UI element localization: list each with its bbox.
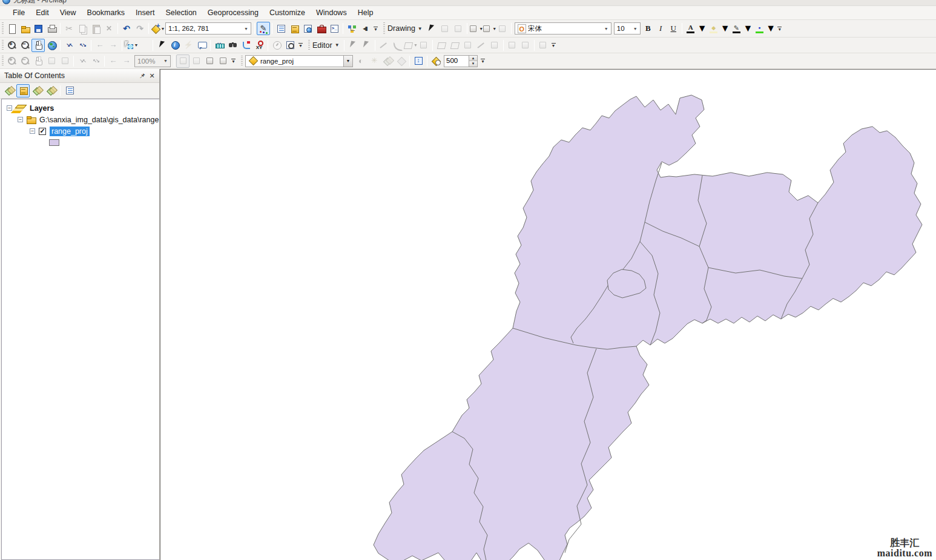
new-text-button[interactable]: ▼ <box>483 22 496 35</box>
identify-button[interactable] <box>168 39 182 52</box>
open-button[interactable] <box>18 22 31 35</box>
editor-toolbar-toggle-button[interactable] <box>257 22 270 35</box>
html-popup-button[interactable] <box>195 39 208 52</box>
pin-icon[interactable]: 📌︎ <box>137 71 147 81</box>
measure-button[interactable] <box>213 39 226 52</box>
chevron-down-icon[interactable]: ▼ <box>766 23 776 34</box>
italic-button[interactable]: I <box>654 22 667 35</box>
create-viewer-window-button[interactable] <box>283 39 297 52</box>
add-data-button[interactable]: ▼ <box>151 22 164 35</box>
layer-visibility-checkbox[interactable]: ✓ <box>39 128 46 135</box>
adjust-button[interactable] <box>358 22 372 35</box>
menu-edit[interactable]: Edit <box>30 7 54 19</box>
menu-bookmarks[interactable]: Bookmarks <box>82 7 131 19</box>
menu-geoprocessing[interactable]: Geoprocessing <box>202 7 264 19</box>
flicker-layer-button[interactable] <box>429 54 443 68</box>
close-icon[interactable]: ✕ <box>147 71 157 81</box>
drawing-menu[interactable]: Drawing▼ <box>386 23 425 34</box>
dropdown-arrow-icon[interactable]: ▼ <box>242 23 251 34</box>
collapse-icon[interactable]: − <box>7 105 12 111</box>
editor-menu[interactable]: Editor▼ <box>311 40 342 51</box>
python-window-button[interactable] <box>328 22 341 35</box>
menu-windows[interactable]: Windows <box>311 7 352 19</box>
change-layout-button[interactable] <box>203 54 216 68</box>
effects-layer-combo[interactable]: range_proj▼ <box>245 55 353 67</box>
bold-button[interactable]: B <box>642 22 654 35</box>
pan-button[interactable] <box>31 39 45 52</box>
dropdown-arrow-icon[interactable]: ▼ <box>161 56 170 67</box>
collapse-icon[interactable]: − <box>18 117 23 122</box>
zoom-out-button[interactable]: − <box>18 39 31 52</box>
font-size-combo[interactable]: 10▼ <box>614 22 641 35</box>
fixed-zoom-in-button[interactable] <box>62 39 76 52</box>
tree-item-symbol[interactable] <box>2 137 159 148</box>
find-button[interactable] <box>226 39 239 52</box>
tree-item-group[interactable]: − G:\sanxia_img_data\gis_data\range <box>2 114 159 125</box>
menu-selection[interactable]: Selection <box>160 7 202 19</box>
find-route-button[interactable] <box>239 39 252 52</box>
spinner-down-icon[interactable]: ▼ <box>469 61 477 67</box>
collapse-icon[interactable]: − <box>30 128 35 134</box>
menu-customize[interactable]: Customize <box>264 7 311 19</box>
dropdown-arrow-icon[interactable]: ▼ <box>631 23 640 34</box>
swipe-layer-button[interactable] <box>412 54 425 68</box>
data-driven-pages-button[interactable] <box>216 54 229 68</box>
font-combo[interactable]: 宋体▼ <box>515 22 611 35</box>
line-color-button[interactable] <box>730 22 743 35</box>
list-by-visibility-button[interactable] <box>30 84 44 97</box>
tree-item-layers[interactable]: − Layers <box>2 102 159 114</box>
shape-rectangle-button[interactable]: ▼ <box>469 22 483 35</box>
chevron-down-icon[interactable]: ▼ <box>743 23 753 34</box>
list-by-source-button[interactable] <box>16 84 30 97</box>
underline-button[interactable]: U <box>667 22 680 35</box>
marker-color-button[interactable] <box>753 22 766 35</box>
change-layout-icon <box>205 56 215 66</box>
select-elements-tool-button[interactable] <box>155 39 168 52</box>
layout-zoom-percent-combo[interactable]: 100%▼ <box>134 55 171 67</box>
search-window-button[interactable] <box>301 22 314 35</box>
list-by-drawing-order-button[interactable] <box>2 84 16 97</box>
select-features-button[interactable]: ▼ <box>124 39 137 52</box>
flicker-rate-spinner[interactable]: 500▲▼ <box>444 55 478 67</box>
zoom-in-button[interactable]: + <box>5 39 18 52</box>
print-button[interactable] <box>45 22 58 35</box>
go-to-xy-button[interactable] <box>252 39 266 52</box>
undo-button[interactable] <box>120 22 133 35</box>
fixed-zoom-out-button[interactable] <box>76 39 89 52</box>
toolbar-options-icon[interactable]: ▾ <box>297 39 305 52</box>
map-scale-combo[interactable]: 1:1, 262, 781▼ <box>165 22 251 35</box>
toolbar-options-icon[interactable]: ▾ <box>776 22 783 35</box>
menu-view[interactable]: View <box>54 7 82 19</box>
window-titlebar[interactable]: 无标题 - ArcMap <box>0 0 936 6</box>
toc-options-button[interactable] <box>63 84 76 97</box>
map-view[interactable]: 胜丰汇 maiditu.com <box>160 69 936 560</box>
range-proj-polygon[interactable] <box>374 95 922 560</box>
menu-insert[interactable]: Insert <box>130 7 160 19</box>
new-button[interactable] <box>5 22 18 35</box>
catalog-window-button[interactable] <box>288 22 301 35</box>
chevron-down-icon[interactable]: ▼ <box>697 23 707 34</box>
font-color-button[interactable]: A <box>684 22 697 35</box>
chevron-down-icon[interactable]: ▼ <box>720 23 730 34</box>
list-by-selection-button[interactable] <box>44 84 58 97</box>
minus-glyph: − <box>22 40 27 48</box>
toolbar-options-icon[interactable]: ▾ <box>479 54 487 68</box>
fill-color-button[interactable] <box>707 22 720 35</box>
layer-symbol-swatch[interactable] <box>49 139 59 146</box>
menu-help[interactable]: Help <box>352 7 379 19</box>
modelbuilder-window-button[interactable] <box>345 22 358 35</box>
menu-file[interactable]: File <box>7 7 30 19</box>
tree-item-range-proj[interactable]: − ✓ range_proj <box>2 125 159 137</box>
map-canvas[interactable] <box>160 70 936 560</box>
dropdown-arrow-icon[interactable]: ▼ <box>343 56 352 67</box>
select-elements-button[interactable] <box>425 22 438 35</box>
dropdown-arrow-icon[interactable]: ▼ <box>602 23 611 34</box>
toolbar-options-icon[interactable]: ▾ <box>372 22 380 35</box>
arctoolbox-window-button[interactable] <box>314 22 328 35</box>
full-extent-button[interactable] <box>45 39 58 52</box>
toolbar-options-icon[interactable]: ▾ <box>550 39 558 52</box>
save-button[interactable] <box>31 22 45 35</box>
toolbar-options-icon[interactable]: ▾ <box>229 54 237 68</box>
spinner-up-icon[interactable]: ▲ <box>469 56 477 61</box>
table-of-contents-window-button[interactable] <box>274 22 288 35</box>
